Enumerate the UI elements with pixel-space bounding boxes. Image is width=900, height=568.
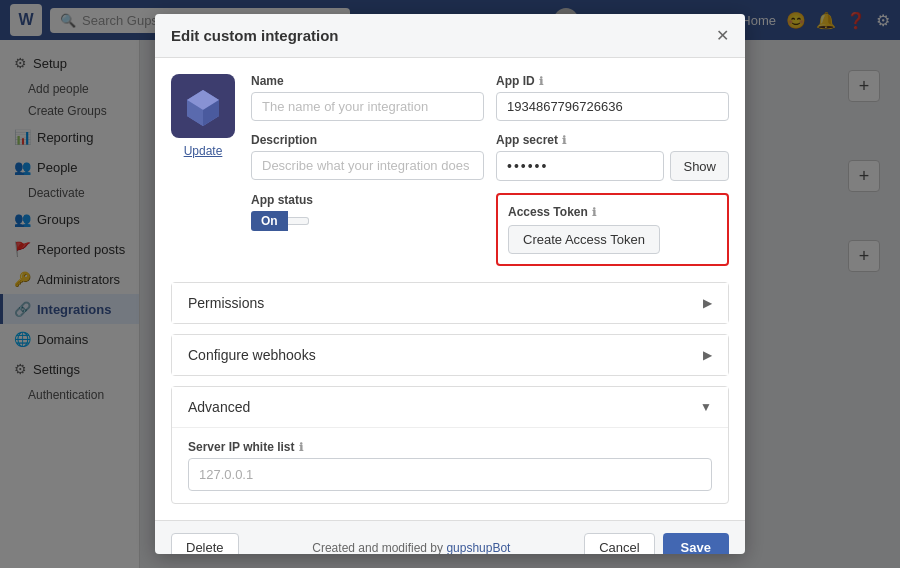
update-link[interactable]: Update xyxy=(184,144,223,158)
app-id-input[interactable] xyxy=(496,92,729,121)
server-ip-label: Server IP white list ℹ xyxy=(188,440,712,454)
permissions-title: Permissions xyxy=(188,295,264,311)
name-field-group: Name xyxy=(251,74,484,121)
webhooks-section: Configure webhooks ▶ xyxy=(171,334,729,376)
app-secret-label: App secret ℹ xyxy=(496,133,729,147)
modal-footer: Delete Created and modified by gupshupBo… xyxy=(155,520,745,554)
modified-by-link[interactable]: gupshupBot xyxy=(446,541,510,555)
name-label: Name xyxy=(251,74,484,88)
cube-icon xyxy=(183,86,223,126)
server-ip-group: Server IP white list ℹ xyxy=(188,440,712,491)
webhooks-arrow: ▶ xyxy=(703,348,712,362)
save-btn[interactable]: Save xyxy=(663,533,729,554)
app-secret-info-icon: ℹ xyxy=(562,134,566,147)
toggle-off[interactable] xyxy=(288,217,309,225)
integration-icon-box: Update xyxy=(171,74,235,158)
webhooks-title: Configure webhooks xyxy=(188,347,316,363)
app-status-toggle[interactable]: On xyxy=(251,211,484,231)
access-token-info-icon: ℹ xyxy=(592,206,596,219)
form-grid: Name App ID ℹ Description xyxy=(251,74,729,266)
show-secret-btn[interactable]: Show xyxy=(670,151,729,181)
app-secret-input-row: Show xyxy=(496,151,729,181)
description-input[interactable] xyxy=(251,151,484,180)
access-token-section: Access Token ℹ Create Access Token xyxy=(496,193,729,266)
server-ip-input[interactable] xyxy=(188,458,712,491)
app-id-label: App ID ℹ xyxy=(496,74,729,88)
app-status-label: App status xyxy=(251,193,484,207)
footer-modified-text: Created and modified by gupshupBot xyxy=(312,541,510,555)
integration-top-section: Update Name App ID ℹ xyxy=(171,74,729,266)
access-token-field-group: Access Token ℹ Create Access Token ◀ Cli… xyxy=(496,193,729,266)
advanced-header[interactable]: Advanced ▼ xyxy=(172,387,728,427)
modal-title: Edit custom integration xyxy=(171,27,339,44)
advanced-arrow: ▼ xyxy=(700,400,712,414)
webhooks-header[interactable]: Configure webhooks ▶ xyxy=(172,335,728,375)
advanced-title: Advanced xyxy=(188,399,250,415)
app-secret-input[interactable] xyxy=(496,151,664,181)
footer-action-btns: Cancel Save xyxy=(584,533,729,554)
advanced-section: Advanced ▼ Server IP white list ℹ xyxy=(171,386,729,504)
modal-close-btn[interactable]: ✕ xyxy=(716,26,729,45)
server-ip-info-icon: ℹ xyxy=(299,441,303,454)
integration-logo xyxy=(171,74,235,138)
permissions-arrow: ▶ xyxy=(703,296,712,310)
create-access-token-btn[interactable]: Create Access Token xyxy=(508,225,660,254)
access-token-label: Access Token ℹ xyxy=(508,205,717,219)
toggle-on[interactable]: On xyxy=(251,211,288,231)
modal-overlay: Edit custom integration ✕ Update xyxy=(0,0,900,568)
delete-btn[interactable]: Delete xyxy=(171,533,239,554)
cancel-btn[interactable]: Cancel xyxy=(584,533,654,554)
permissions-section: Permissions ▶ xyxy=(171,282,729,324)
app-status-field-group: App status On xyxy=(251,193,484,266)
description-field-group: Description xyxy=(251,133,484,181)
modal-body: Update Name App ID ℹ xyxy=(155,58,745,520)
advanced-body: Server IP white list ℹ xyxy=(172,427,728,503)
app-id-info-icon: ℹ xyxy=(539,75,543,88)
app-id-field-group: App ID ℹ xyxy=(496,74,729,121)
permissions-header[interactable]: Permissions ▶ xyxy=(172,283,728,323)
modal-header: Edit custom integration ✕ xyxy=(155,14,745,58)
description-label: Description xyxy=(251,133,484,147)
edit-integration-modal: Edit custom integration ✕ Update xyxy=(155,14,745,554)
app-secret-field-group: App secret ℹ Show xyxy=(496,133,729,181)
name-input[interactable] xyxy=(251,92,484,121)
